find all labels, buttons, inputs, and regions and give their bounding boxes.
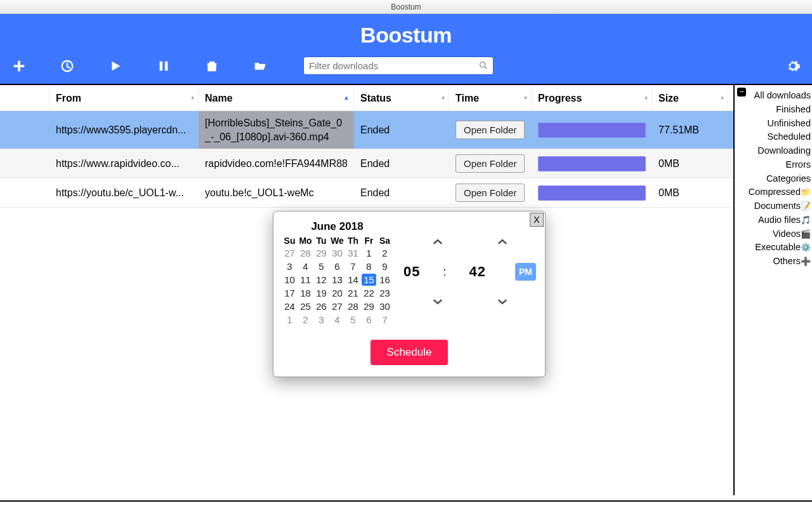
calendar-day[interactable]: 1 [362,247,376,259]
close-button[interactable]: X [530,213,544,227]
calendar-day[interactable]: 19 [314,287,329,299]
table-row[interactable]: https://youtu.be/c_UOL1-w...youtu.be!c_U… [0,178,733,208]
cell-from: https://www3595.playercdn... [49,119,199,141]
gear-icon[interactable] [785,58,801,74]
calendar-day[interactable]: 25 [298,300,313,312]
calendar-day[interactable]: 4 [298,260,313,272]
schedule-button[interactable]: Schedule [370,340,449,365]
sidebar-item[interactable]: Scheduled [735,130,812,144]
sidebar-item[interactable]: Finished [735,103,812,117]
calendar-day[interactable]: 6 [330,260,344,272]
sidebar-item[interactable]: Downloading [735,144,812,158]
hour-up-icon[interactable] [432,237,443,246]
hour-value: 05 [403,264,420,280]
open-folder-button[interactable]: Open Folder [455,154,525,173]
progress-bar [538,123,646,138]
calendar-day[interactable]: 30 [330,247,344,259]
sidebar-item[interactable]: Unfinished [735,117,812,131]
table-header: From♦ Name▲ Status♦ Time♦ Progress♦ Size… [0,85,733,111]
calendar-day[interactable]: 27 [330,300,344,312]
time-picker: 05 : 42 PM [403,218,536,326]
calendar-day[interactable]: 23 [377,287,392,299]
table-row[interactable]: https://www3595.playercdn...[HorribleSub… [0,111,733,149]
calendar-day[interactable]: 6 [362,314,376,326]
play-icon[interactable] [108,58,123,74]
sidebar-item[interactable]: Videos🎬 [735,227,812,241]
minute-up-icon[interactable] [497,237,508,246]
calendar-day[interactable]: 7 [346,260,360,272]
col-from[interactable]: From♦ [49,85,199,110]
calendar-day[interactable]: 18 [298,287,313,299]
calendar-day[interactable]: 13 [330,274,344,286]
sidebar-item[interactable]: Errors [735,158,812,172]
sort-asc-icon: ▲ [343,94,350,101]
table-body: https://www3595.playercdn...[HorribleSub… [0,111,733,208]
open-folder-button[interactable]: Open Folder [455,121,525,139]
calendar-day[interactable]: 30 [377,300,392,312]
sidebar-item[interactable]: Others➕ [735,255,812,269]
open-folder-button[interactable]: Open Folder [455,184,525,202]
calendar-day[interactable]: 27 [282,247,297,259]
calendar-day[interactable]: 24 [282,300,297,312]
cell-size: 0MB [652,153,728,175]
col-time[interactable]: Time♦ [449,85,532,110]
calendar-day[interactable]: 5 [346,314,360,326]
trash-icon[interactable] [204,58,219,74]
sidebar-item[interactable]: Audio files🎵 [735,213,812,227]
calendar-day[interactable]: 20 [330,287,344,299]
pause-icon[interactable] [156,58,171,74]
cell-progress [532,117,652,143]
cell-time: Open Folder [449,149,532,178]
calendar-day[interactable]: 3 [314,314,329,326]
calendar-day[interactable]: 8 [362,260,376,272]
calendar-day[interactable]: 9 [377,260,392,272]
calendar-day[interactable]: 15 [362,274,376,286]
sidebar-item[interactable]: Categories [735,172,812,186]
sidebar-item[interactable]: Executable⚙️ [735,241,812,255]
calendar-day[interactable]: 26 [314,300,329,312]
calendar-day[interactable]: 29 [362,300,376,312]
time-colon: : [443,265,447,279]
col-size[interactable]: Size♦ [652,85,728,110]
folder-open-icon[interactable] [252,58,268,74]
hour-down-icon[interactable] [432,297,443,306]
clock-icon[interactable] [60,58,75,74]
search-input[interactable] [303,57,494,75]
calendar-day[interactable]: 3 [282,260,297,272]
calendar-day[interactable]: 4 [330,314,344,326]
calendar-day[interactable]: 31 [346,247,360,259]
col-name[interactable]: Name▲ [199,85,354,110]
sidebar-item[interactable]: All downloads [735,89,812,103]
calendar-day[interactable]: 7 [377,314,392,326]
calendar-day[interactable]: 2 [377,247,392,259]
sidebar-item[interactable]: Documents📝 [735,199,812,213]
col-progress[interactable]: Progress♦ [532,85,652,110]
ampm-toggle[interactable]: PM [515,263,536,281]
sidebar-item[interactable]: Compressed📁 [735,185,812,199]
search-field[interactable] [303,57,494,75]
sort-icon: ♦ [524,94,527,101]
progress-bar [538,185,646,201]
minute-down-icon[interactable] [497,297,508,306]
collapse-icon[interactable]: − [737,88,746,97]
calendar-day[interactable]: 1 [282,314,297,326]
calendar-day[interactable]: 21 [346,287,360,299]
cell-progress [532,151,652,177]
calendar-day[interactable]: 28 [346,300,360,312]
col-status[interactable]: Status♦ [354,85,449,110]
calendar-day[interactable]: 14 [346,274,360,286]
calendar-day[interactable]: 17 [282,287,297,299]
calendar-day[interactable]: 5 [314,260,329,272]
cell-name: youtu.be!c_UOL1-weMc [199,182,354,204]
add-icon[interactable] [11,58,27,74]
calendar-day[interactable]: 10 [282,274,297,286]
sidebar: − All downloadsFinishedUnfinishedSchedul… [733,85,812,495]
calendar-day[interactable]: 29 [314,247,329,259]
calendar-day[interactable]: 11 [298,274,313,286]
calendar-day[interactable]: 12 [314,274,329,286]
calendar-day[interactable]: 22 [362,287,376,299]
calendar-day[interactable]: 16 [377,274,392,286]
table-row[interactable]: https://www.rapidvideo.co...rapidvideo.c… [0,149,733,178]
calendar-day[interactable]: 2 [298,314,313,326]
calendar-day[interactable]: 28 [298,247,313,259]
